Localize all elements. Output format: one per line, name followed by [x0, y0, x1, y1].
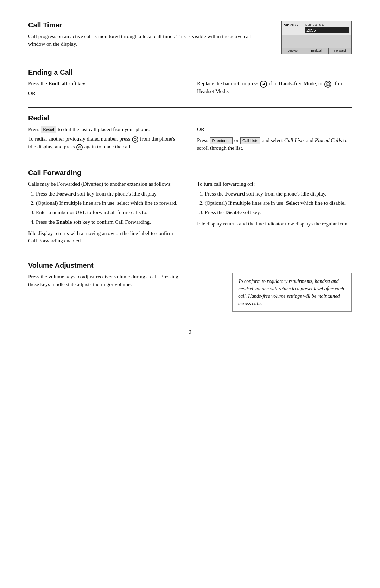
volume-adjustment-section: Volume Adjustment Press the volume keys … — [28, 261, 352, 312]
volume-adjustment-left: Press the volume keys to adjust receiver… — [28, 273, 183, 312]
connecting-label: Connecting to: — [305, 23, 349, 26]
placed-calls-italic: Placed Calls — [315, 137, 342, 143]
ending-call-title: Ending a Call — [28, 68, 352, 76]
redial-left-p2: To redial another prviously dialed numbe… — [28, 135, 183, 151]
call-timer-section: Call Timer Call progress on an active ca… — [28, 21, 352, 54]
ending-call-right-text: Replace the handset, or press if in Hand… — [197, 80, 352, 95]
endcall-key-label: EndCall — [49, 81, 67, 86]
nav-icon-1: ⊙ — [132, 136, 138, 143]
and-select-text: and select — [262, 137, 284, 143]
call-forwarding-left-footer: Idle display returns with a moving arrow… — [28, 230, 183, 245]
speaker-icon — [260, 81, 267, 88]
call-timer-display: ☎ 2077 Connecting to: 2055 Answer EndCal… — [274, 21, 352, 54]
or-text: or — [234, 137, 240, 143]
replace-handset-text: Replace the handset, or press — [197, 81, 260, 86]
page-number: 9 — [189, 329, 191, 335]
headset-icon — [324, 81, 331, 88]
redial-left: Press Redial to dial the last call place… — [28, 126, 183, 154]
list-item: Press the Forward soft key from the phon… — [36, 190, 183, 198]
page-footer: 9 — [28, 326, 352, 335]
connecting-number: 2055 — [305, 27, 349, 33]
directories-key: Directories — [210, 137, 233, 144]
ending-call-left-text: Press the EndCall soft key. — [28, 80, 183, 88]
call-forwarding-right: To turn call forwarding off: Press the F… — [197, 180, 352, 247]
redial-section: Redial Press Redial to dial the last cal… — [28, 114, 352, 154]
volume-adjustment-right: To conform to regulatory requirments, ha… — [197, 273, 352, 312]
calllists-key: Call Lists — [240, 137, 260, 144]
phone-ext-icon: ☎ — [284, 23, 289, 27]
softkey-forward: Forward — [329, 48, 352, 54]
redial-left-p1: Press Redial to dial the last call place… — [28, 126, 183, 134]
list-item: (Optional) If multiple lines are in use,… — [36, 199, 183, 207]
phone-screen: ☎ 2077 Connecting to: 2055 Answer EndCal… — [281, 21, 352, 54]
handsfree-text: if in Hands-free Mode, or — [269, 81, 324, 86]
list-item: Press the Forward soft key from the phon… — [205, 190, 352, 198]
call-forwarding-left-list: Press the Forward soft key from the phon… — [28, 190, 183, 226]
redial-text: to dial the last call placed from your p… — [58, 126, 150, 132]
call-forwarding-title: Call Forwarding — [28, 169, 352, 177]
call-timer-body: Call progress on an active call is monit… — [28, 33, 264, 48]
softkey-answer: Answer — [282, 48, 305, 54]
note-box: To conform to regulatory requirments, ha… — [232, 273, 352, 312]
call-forwarding-section: Call Forwarding Calls may be Forwarded (… — [28, 169, 352, 247]
list-item: Press the Disable soft key. — [205, 209, 352, 217]
call-timer-text: Call Timer Call progress on an active ca… — [28, 21, 264, 54]
ending-call-section: Ending a Call Press the EndCall soft key… — [28, 68, 352, 100]
redial-place-text: again to place the call. — [84, 144, 132, 149]
call-forwarding-intro: Calls may be Forwarded (Diverted) to ano… — [28, 180, 183, 188]
nav-icon-2: ⊙ — [76, 144, 83, 150]
ending-call-cols: Press the EndCall soft key. OR Replace t… — [28, 80, 352, 100]
select-bold: Select — [286, 200, 299, 206]
press-text: Press — [28, 126, 40, 132]
and-text: and — [306, 137, 315, 143]
phone-softkeys: Answer EndCall Forward — [282, 48, 352, 54]
volume-adjustment-title: Volume Adjustment — [28, 261, 352, 270]
redial-nav-text: To redial another prviously dialed numbe… — [28, 136, 132, 142]
disable-bold: Disable — [225, 210, 242, 215]
divider-4 — [28, 255, 352, 255]
call-forwarding-right-list: Press the Forward soft key from the phon… — [197, 190, 352, 217]
volume-adjustment-body: Press the volume keys to adjust receiver… — [28, 273, 183, 289]
redial-key: Redial — [41, 126, 56, 133]
press-label: Press the — [28, 81, 49, 86]
call-timer-title: Call Timer — [28, 21, 264, 29]
forward-bold-2: Forward — [225, 191, 245, 197]
call-lists-italic: Call Lists — [284, 137, 305, 143]
divider-3 — [28, 162, 352, 162]
softkey-endcall: EndCall — [305, 48, 328, 54]
ending-call-right: Replace the handset, or press if in Hand… — [197, 80, 352, 100]
list-item: (Optional) If multiple lines are in use,… — [205, 199, 352, 207]
phone-ext-number: 2077 — [290, 23, 298, 27]
redial-right: OR Press Directories or Call Lists and s… — [197, 126, 352, 154]
call-forwarding-left: Calls may be Forwarded (Diverted) to ano… — [28, 180, 183, 247]
phone-body — [282, 35, 352, 48]
list-item: Enter a number or URL to forward all fut… — [36, 209, 183, 217]
soft-key-label: soft key. — [69, 81, 87, 86]
redial-right-p1: Press Directories or Call Lists and sele… — [197, 137, 352, 152]
divider-1 — [28, 62, 352, 62]
page: Call Timer Call progress on an active ca… — [28, 21, 352, 335]
ending-call-left: Press the EndCall soft key. OR — [28, 80, 183, 100]
volume-adjustment-cols: Press the volume keys to adjust receiver… — [28, 273, 352, 312]
footer-line — [151, 326, 229, 326]
divider-2 — [28, 107, 352, 108]
call-forwarding-right-header: To turn call forwarding off: — [197, 180, 352, 188]
call-forwarding-cols: Calls may be Forwarded (Diverted) to ano… — [28, 180, 352, 247]
phone-ext: ☎ 2077 — [282, 21, 303, 35]
redial-title: Redial — [28, 114, 352, 122]
ending-call-or: OR — [28, 90, 183, 98]
call-forwarding-right-footer: Idle display returns and the line indica… — [197, 220, 352, 228]
redial-right-or: OR — [197, 126, 352, 134]
press-text-2: Press — [197, 137, 209, 143]
phone-connecting: Connecting to: 2055 — [303, 21, 352, 35]
note-text: To conform to regulatory requirments, ha… — [238, 279, 344, 306]
redial-cols: Press Redial to dial the last call place… — [28, 126, 352, 154]
forward-bold: Forward — [56, 191, 76, 197]
enable-bold: Enable — [56, 219, 72, 225]
list-item: Press the Enable soft key to confirm Cal… — [36, 218, 183, 226]
phone-header: ☎ 2077 Connecting to: 2055 — [282, 21, 352, 35]
